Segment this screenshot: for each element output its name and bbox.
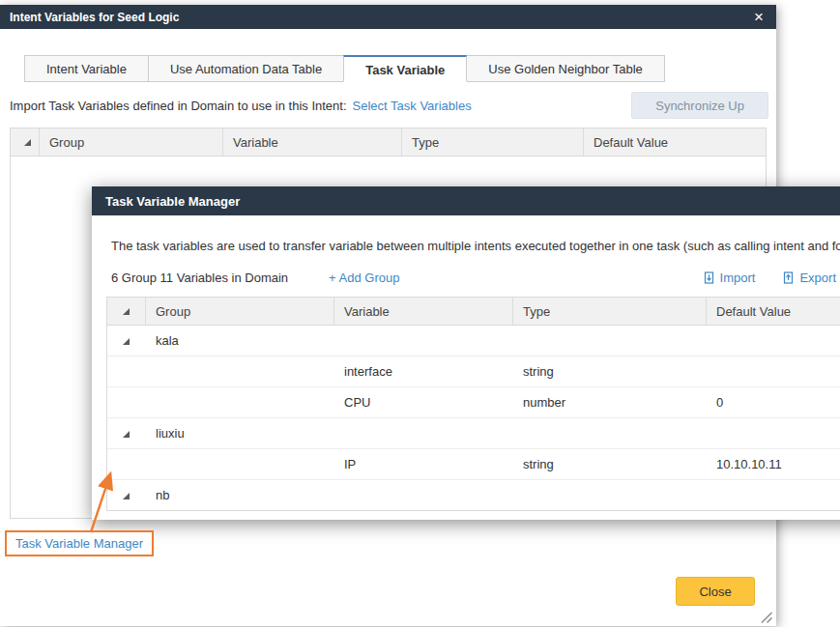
variable-name: IP (334, 457, 513, 471)
annotation-label: Task Variable Manager (5, 530, 154, 556)
variable-name: CPU (334, 395, 513, 410)
export-icon (782, 271, 795, 284)
main-dialog-titlebar: Intent Variables for Seed Logic × (0, 5, 776, 29)
add-group-link[interactable]: + Add Group (329, 271, 399, 285)
import-link[interactable]: Import (703, 271, 756, 285)
column-header-variable: Variable (334, 298, 513, 325)
annotation-label-text: Task Variable Manager (15, 536, 143, 551)
manager-dialog-title: Task Variable Manager (105, 194, 240, 209)
select-task-variables-link[interactable]: Select Task Variables (353, 99, 472, 113)
group-name: liuxiu (146, 426, 334, 441)
expand-all-header-cell (107, 298, 146, 325)
manager-toolbar: 6 Group 11 Variables in Domain + Add Gro… (111, 271, 836, 285)
import-hint-text: Import Task Variables defined in Domain … (10, 99, 347, 113)
table-header-row: Group Variable Type Default Value (11, 128, 766, 157)
variable-row-interface[interactable]: interface string (107, 356, 840, 387)
tab-intent-variable[interactable]: Intent Variable (24, 55, 149, 82)
expand-all-icon[interactable] (123, 308, 130, 315)
manager-description: The task variables are used to transfer … (111, 239, 840, 253)
manager-dialog-titlebar: Task Variable Manager (92, 186, 840, 215)
variables-summary: 6 Group 11 Variables in Domain (111, 271, 288, 285)
expand-cell (107, 426, 146, 441)
export-link[interactable]: Export (782, 271, 836, 285)
import-icon (703, 271, 715, 284)
import-hint-row: Import Task Variables defined in Domain … (10, 92, 768, 119)
tab-use-automation-data-table[interactable]: Use Automation Data Table (148, 55, 344, 82)
column-header-group: Group (146, 298, 334, 325)
main-dialog-title: Intent Variables for Seed Logic (10, 11, 179, 24)
synchronize-up-button[interactable]: Synchronize Up (631, 92, 768, 119)
close-icon[interactable]: × (751, 9, 767, 25)
resize-handle-icon[interactable] (760, 611, 773, 624)
variable-type: string (513, 364, 707, 379)
column-header-default-value: Default Value (707, 298, 840, 325)
domain-task-variables-table: Group Variable Type Default Value kala i… (106, 297, 840, 511)
variable-name: interface (334, 364, 513, 379)
variable-type: string (513, 457, 707, 471)
column-header-group: Group (40, 128, 223, 156)
task-variable-manager-dialog: Task Variable Manager The task variables… (92, 186, 840, 520)
collapse-group-icon[interactable] (123, 338, 130, 345)
annotation-arrow (82, 467, 125, 538)
tab-use-golden-neighbor-table[interactable]: Use Golden Neighbor Table (466, 55, 664, 82)
tab-task-variable[interactable]: Task Variable (343, 55, 467, 82)
variable-row-ip[interactable]: IP string 10.10.10.11 (107, 449, 840, 480)
group-row-liuxiu[interactable]: liuxiu (107, 418, 840, 449)
variable-row-cpu[interactable]: CPU number 0 (107, 387, 840, 418)
import-export-links: Import Export (703, 271, 836, 285)
column-header-default-value: Default Value (584, 128, 766, 156)
variable-default: 10.10.10.11 (707, 457, 840, 471)
collapse-group-icon[interactable] (123, 431, 130, 438)
import-link-label: Import (720, 271, 756, 285)
variable-default: 0 (707, 395, 840, 410)
column-header-type: Type (402, 128, 584, 156)
group-name: kala (146, 333, 334, 348)
table-header-row: Group Variable Type Default Value (107, 298, 840, 326)
expand-cell (107, 333, 146, 348)
group-name: nb (146, 488, 334, 502)
group-row-nb[interactable]: nb (107, 480, 840, 510)
variable-type: number (513, 395, 707, 410)
tab-bar: Intent Variable Use Automation Data Tabl… (24, 55, 776, 82)
expand-all-icon[interactable] (24, 139, 31, 146)
close-button[interactable]: Close (676, 577, 755, 606)
group-row-kala[interactable]: kala (107, 326, 840, 356)
column-header-type: Type (513, 298, 707, 325)
column-header-variable: Variable (223, 128, 402, 156)
export-link-label: Export (799, 271, 836, 285)
expand-all-header-cell (11, 128, 40, 156)
